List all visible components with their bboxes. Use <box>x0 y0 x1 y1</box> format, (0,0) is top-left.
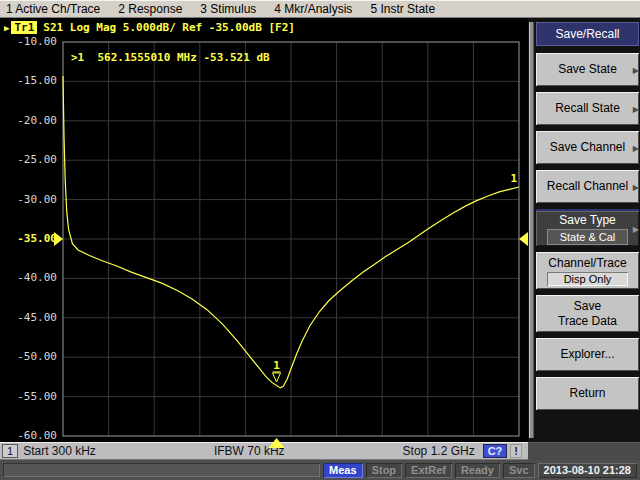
channel-number-box: 1 <box>2 444 18 458</box>
y-axis-tick-label: -30.00 <box>5 193 57 207</box>
menu-item-active-ch-trace[interactable]: 1 Active Ch/Trace <box>0 1 109 17</box>
softkey-label: Recall Channel <box>536 179 639 194</box>
y-axis-tick-label: -55.00 <box>5 390 57 404</box>
measurement-display: ▶ Tr1 S21 Log Mag 5.000dB/ Ref -35.00dB … <box>0 18 528 442</box>
softkey-save-type[interactable]: Save TypeState & Cal▶ <box>536 209 639 246</box>
softkey-menu-title: Save/Recall <box>536 22 639 46</box>
softkey-label: Recall State <box>536 101 639 116</box>
softkey-recall-state[interactable]: Recall State▶ <box>536 92 639 125</box>
softkey-return[interactable]: Return <box>536 377 639 410</box>
channel-status-bar: 1 Start 300 kHz IFBW 70 kHz Stop 1.2 GHz… <box>0 442 528 460</box>
menu-item-instr-state[interactable]: 5 Instr State <box>361 1 444 17</box>
indicator-extref: ExtRef <box>405 463 452 478</box>
softkey-recall-channel[interactable]: Recall Channel▶ <box>536 170 639 203</box>
softkey-label: Save State <box>536 62 639 77</box>
y-axis-gutter: -10.00-15.00-20.00-25.00-30.00-35.00-40.… <box>0 18 63 442</box>
start-frequency-label: Start 300 kHz <box>23 444 96 458</box>
y-axis-tick-label: -50.00 <box>5 350 57 364</box>
indicator-svc: Svc <box>503 463 535 478</box>
datetime-display: 2013-08-10 21:28 <box>538 463 637 478</box>
submenu-arrow-icon: ▶ <box>633 104 639 113</box>
warning-indicator: ! <box>510 444 522 458</box>
stop-frequency-label: Stop 1.2 GHz <box>403 444 475 458</box>
softkey-label-line2: Trace Data <box>536 314 639 329</box>
instrument-status-bar: MeasStopExtRefReadySvc2013-08-10 21:28 <box>0 460 640 480</box>
menu-item-response[interactable]: 2 Response <box>109 1 191 17</box>
graticule-plot: 11 <box>63 42 519 436</box>
y-axis-tick-label: -35.00 <box>5 232 57 246</box>
indicator-meas: Meas <box>323 463 363 478</box>
menu-item-stimulus[interactable]: 3 Stimulus <box>191 1 265 17</box>
softkey-value-box: Disp Only <box>547 272 628 286</box>
status-bar-right-filler <box>528 442 640 460</box>
softkey-label: Return <box>536 386 639 401</box>
indicator-stop: Stop <box>366 463 402 478</box>
y-axis-tick-label: -45.00 <box>5 311 57 325</box>
indicator-ready: Ready <box>455 463 500 478</box>
submenu-arrow-icon: ▶ <box>633 224 639 233</box>
softkey-panel: Save/RecallSave State▶Recall State▶Save … <box>528 18 640 442</box>
marker-symbol-number: 1 <box>273 359 280 372</box>
y-axis-tick-label: -20.00 <box>5 114 57 128</box>
softkey-save-channel[interactable]: Save Channel▶ <box>536 131 639 164</box>
softkey-save-state[interactable]: Save State▶ <box>536 53 639 86</box>
softkey-save[interactable]: SaveTrace Data <box>536 295 639 332</box>
y-axis-tick-label: -60.00 <box>5 429 57 443</box>
softkey-label: Channel/Trace <box>536 256 639 271</box>
softkey-value-box: State & Cal <box>547 229 628 245</box>
submenu-arrow-icon: ▶ <box>633 65 639 74</box>
softkey-column: Save/RecallSave State▶Recall State▶Save … <box>536 18 640 442</box>
marker-readout: >1 562.1555010 MHz -53.521 dB <box>71 51 270 64</box>
softkey-label: Explorer... <box>536 347 639 362</box>
trace-format-label: S21 Log Mag 5.000dB/ Ref -35.00dB [F2] <box>43 21 295 34</box>
submenu-arrow-icon: ▶ <box>633 182 639 191</box>
marker-readout-value: -53.521 dB <box>203 51 269 64</box>
menu-bar: 1 Active Ch/Trace2 Response3 Stimulus4 M… <box>0 0 640 18</box>
softkey-label: Save Type <box>536 213 639 228</box>
status-row: 1 Start 300 kHz IFBW 70 kHz Stop 1.2 GHz… <box>0 442 640 460</box>
submenu-arrow-icon: ▶ <box>633 143 639 152</box>
softkey-label: Save <box>536 299 639 314</box>
marker-readout-frequency: 562.1555010 MHz <box>98 51 197 64</box>
y-axis-tick-label: -10.00 <box>5 35 57 49</box>
y-axis-tick-label: -15.00 <box>5 74 57 88</box>
marker-symbol-triangle-icon <box>273 373 281 382</box>
menu-item-mkr-analysis[interactable]: 4 Mkr/Analysis <box>265 1 361 17</box>
softkey-channel-trace[interactable]: Channel/TraceDisp Only <box>536 252 639 289</box>
softkey-explorer[interactable]: Explorer... <box>536 338 639 371</box>
softkey-label: Save Channel <box>536 140 639 155</box>
ref-level-marker-right <box>519 232 528 246</box>
y-axis-tick-label: -40.00 <box>5 271 57 285</box>
message-area <box>3 463 320 477</box>
main-area: ▶ Tr1 S21 Log Mag 5.000dB/ Ref -35.00dB … <box>0 18 640 442</box>
trace-end-number: 1 <box>510 172 517 185</box>
softkey-scrollbar[interactable] <box>529 22 534 438</box>
marker-readout-number: >1 <box>71 51 84 64</box>
cal-status-badge: C? <box>483 444 508 458</box>
y-axis-tick-label: -25.00 <box>5 153 57 167</box>
